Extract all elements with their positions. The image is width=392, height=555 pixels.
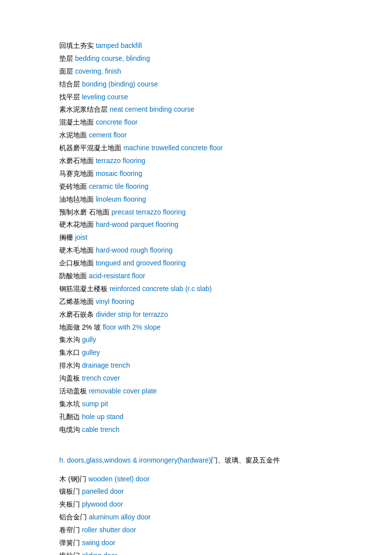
- term-item: 推拉门 sliding door: [59, 550, 362, 555]
- english-term: machine trowelled concrete floor: [123, 144, 223, 152]
- english-term: vinyl flooring: [96, 298, 134, 305]
- term-item: 水磨石嵌条 divider strip for terrazzo: [59, 308, 362, 321]
- chinese-term: 卷帘门: [59, 526, 82, 534]
- chinese-term: 沟盖板: [59, 374, 82, 382]
- term-item: 集水沟 gully: [59, 334, 362, 346]
- english-term: tongued and grooved flooring: [96, 259, 186, 267]
- chinese-term: 素水泥浆结合层: [59, 105, 110, 113]
- english-term: floor with 2% slope: [103, 323, 161, 331]
- english-term: tamped backfill: [96, 42, 142, 49]
- english-term: sump pit: [82, 400, 108, 408]
- english-term: covering, finish: [75, 67, 121, 75]
- chinese-term: 找平层: [59, 93, 82, 101]
- chinese-term: 铝合金门: [59, 513, 89, 521]
- chinese-term: 地面做 2% 坡: [59, 323, 103, 331]
- term-item: 乙烯基地面 vinyl flooring: [59, 296, 362, 308]
- term-item: 卷帘门 roller shutter door: [59, 524, 362, 537]
- term-item: 防酸地面 acid-resistant floor: [59, 270, 362, 283]
- section-header-zh: 门、玻璃、窗及五金件: [211, 456, 280, 464]
- chinese-term: 硬木花地面: [59, 220, 96, 228]
- chinese-term: 防酸地面: [59, 272, 89, 280]
- chinese-term: 马赛克地面: [59, 170, 96, 177]
- english-term: acid-resistant floor: [89, 272, 145, 280]
- chinese-term: 回填土夯实: [59, 42, 96, 49]
- english-term: cable trench: [82, 426, 119, 433]
- term-item: 弹簧门 swing door: [59, 537, 362, 550]
- term-item: 水泥地面 cement floor: [59, 129, 362, 142]
- term-item: 集水口 gulley: [59, 346, 362, 359]
- term-item: 面层 covering, finish: [59, 65, 362, 78]
- term-item: 机器磨平混凝土地面 machine trowelled concrete flo…: [59, 142, 362, 155]
- english-term: ceramic tile flooring: [89, 182, 149, 190]
- chinese-term: 机器磨平混凝土地面: [59, 144, 123, 152]
- chinese-term: 搁栅: [59, 233, 75, 241]
- chinese-term: 水磨石地面: [59, 157, 96, 165]
- chinese-term: 瓷砖地面: [59, 182, 89, 190]
- term-item: 夹板门 plywood door: [59, 498, 362, 511]
- chinese-term: 预制水磨 石地面: [59, 208, 112, 216]
- term-item: 预制水磨 石地面 precast terrazzo flooring: [59, 206, 362, 219]
- english-term: mosaic flooring: [96, 170, 142, 177]
- chinese-term: 集水坑: [59, 400, 82, 408]
- english-term: neat cement binding course: [110, 105, 195, 113]
- english-term: roller shutter door: [82, 526, 136, 534]
- english-term: bedding course, blinding: [75, 54, 150, 62]
- term-item: 找平层 leveling course: [59, 91, 362, 104]
- term-item: 混凝土地面 concrete floor: [59, 116, 362, 129]
- english-term: concrete floor: [96, 118, 138, 126]
- section-header-en: h. doors,glass,windows & ironmongery(har…: [59, 456, 211, 464]
- term-item: 企口板地面 tongued and grooved flooring: [59, 257, 362, 270]
- english-term: gulley: [82, 348, 100, 356]
- chinese-term: 结合层: [59, 80, 82, 88]
- english-term: leveling course: [82, 93, 128, 101]
- term-item: 孔翻边 hole up stand: [59, 411, 362, 424]
- english-term: bonding (binding) course: [82, 80, 158, 88]
- english-term: precast terrazzo flooring: [112, 208, 186, 216]
- main-content: 回填土夯实 tamped backfill垫层 bedding course, …: [59, 40, 362, 555]
- section-header: h. doors,glass,windows & ironmongery(har…: [59, 454, 362, 467]
- term-item: 铝合金门 aluminum alloy door: [59, 511, 362, 524]
- chinese-term: 排水沟: [59, 361, 82, 369]
- term-item: 电缆沟 cable trench: [59, 424, 362, 436]
- english-term: hole up stand: [82, 413, 123, 421]
- english-term: hard-wood parquet flooring: [96, 220, 178, 228]
- chinese-term: 油地毡地面: [59, 195, 96, 203]
- term-item: 瓷砖地面 ceramic tile flooring: [59, 180, 362, 193]
- chinese-term: 集水沟: [59, 336, 82, 343]
- term-item: 素水泥浆结合层 neat cement binding course: [59, 103, 362, 116]
- chinese-term: 面层: [59, 67, 75, 75]
- term-item: 搁栅 joist: [59, 231, 362, 244]
- chinese-term: 弹簧门: [59, 539, 82, 547]
- chinese-term: 硬木毛地面: [59, 246, 96, 254]
- term-item: 硬木毛地面 hard-wood rough flooring: [59, 244, 362, 257]
- english-term: reinforced concrete slab (r.c slab): [110, 285, 212, 293]
- term-item: 结合层 bonding (binding) course: [59, 78, 362, 91]
- english-term: aluminum alloy door: [89, 513, 151, 521]
- term-item: 集水坑 sump pit: [59, 398, 362, 411]
- english-term: trench cover: [82, 374, 120, 382]
- section-divider: [59, 436, 362, 442]
- english-term: removable cover plate: [89, 387, 157, 395]
- chinese-term: 电缆沟: [59, 426, 82, 433]
- chinese-term: 水磨石嵌条: [59, 310, 96, 318]
- english-term: cement floor: [89, 131, 127, 139]
- chinese-term: 木 (钢)门: [59, 475, 88, 483]
- english-term: sliding door: [82, 552, 118, 555]
- english-term: terrazzo flooring: [96, 157, 145, 165]
- term-item: 木 (钢)门 wooden (steel) door: [59, 473, 362, 486]
- chinese-term: 钢筋混凝土楼板: [59, 285, 110, 293]
- term-item: 回填土夯实 tamped backfill: [59, 40, 362, 52]
- term-item: 镶板门 panelled door: [59, 485, 362, 498]
- term-item: 钢筋混凝土楼板 reinforced concrete slab (r.c sl…: [59, 283, 362, 296]
- chinese-term: 镶板门: [59, 487, 82, 495]
- chinese-term: 集水口: [59, 348, 82, 356]
- english-term: panelled door: [82, 487, 124, 495]
- chinese-term: 推拉门: [59, 552, 82, 555]
- chinese-term: 乙烯基地面: [59, 298, 96, 305]
- chinese-term: 企口板地面: [59, 259, 96, 267]
- english-term: plywood door: [82, 500, 123, 508]
- english-term: gully: [82, 336, 96, 343]
- english-term: drainage trench: [82, 361, 130, 369]
- english-term: divider strip for terrazzo: [96, 310, 168, 318]
- term-item: 马赛克地面 mosaic flooring: [59, 168, 362, 180]
